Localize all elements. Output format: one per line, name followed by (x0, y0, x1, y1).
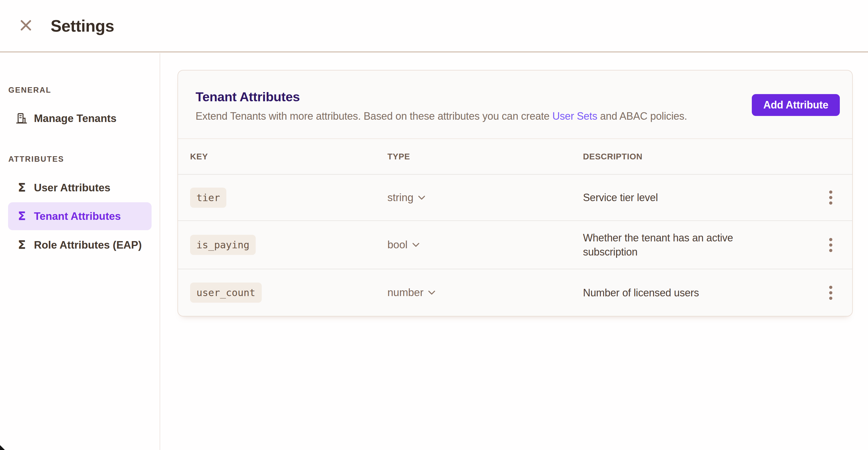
chevron-down-icon (412, 243, 420, 247)
table-header-row: KEY TYPE DESCRIPTION (178, 139, 852, 174)
kebab-dot (829, 202, 832, 205)
row-description: Number of licensed users (583, 286, 761, 300)
table-row: user_count number Number of licensed use… (178, 269, 852, 316)
close-icon (20, 19, 32, 32)
add-attribute-button[interactable]: Add Attribute (752, 94, 840, 116)
kebab-dot (829, 190, 832, 193)
row-description: Whether the tenant has an active subscri… (583, 231, 761, 259)
row-actions-button[interactable] (825, 234, 836, 256)
sidebar-item-tenant-attributes[interactable]: Σ Tenant Attributes (8, 202, 152, 230)
kebab-dot (829, 196, 832, 199)
building-icon (16, 112, 28, 125)
row-actions-button[interactable] (825, 282, 836, 304)
sidebar-item-label: Role Attributes (EAP) (34, 239, 142, 251)
chevron-down-icon (418, 196, 425, 200)
panel-description-text: and ABAC policies. (597, 110, 687, 122)
kebab-dot (829, 291, 832, 294)
row-description: Service tier level (583, 190, 761, 205)
column-header-key: KEY (190, 152, 388, 161)
attribute-key-chip: is_paying (190, 235, 256, 255)
sidebar-item-label: Manage Tenants (34, 113, 117, 125)
user-sets-link[interactable]: User Sets (552, 110, 597, 122)
sigma-icon: Σ (16, 182, 28, 193)
top-header-bar: Settings (0, 0, 868, 52)
panel-description-text: Extend Tenants with more attributes. Bas… (195, 110, 552, 122)
kebab-dot (829, 297, 832, 300)
page-title: Settings (51, 17, 114, 35)
type-value: bool (388, 239, 407, 251)
kebab-dot (829, 249, 832, 252)
kebab-dot (829, 238, 832, 241)
row-actions-button[interactable] (825, 186, 836, 209)
settings-sidebar: GENERAL Manage Tenants ATTRIBUTES Σ User… (0, 53, 160, 450)
type-select[interactable]: bool (388, 239, 420, 251)
kebab-dot (829, 286, 832, 289)
sidebar-section-label-attributes: ATTRIBUTES (8, 155, 64, 164)
attribute-key-chip: user_count (190, 282, 262, 303)
table-row: is_paying bool Whether the tenant has an… (178, 220, 852, 269)
column-header-type: TYPE (388, 152, 583, 161)
sidebar-item-manage-tenants[interactable]: Manage Tenants (8, 104, 152, 132)
attribute-key-chip: tier (190, 188, 226, 208)
table-row: tier string Service tier level (178, 174, 852, 220)
kebab-dot (829, 243, 832, 247)
type-value: string (388, 191, 413, 204)
column-header-description: DESCRIPTION (583, 152, 809, 161)
type-select[interactable]: string (388, 191, 425, 204)
tenant-attributes-panel: Tenant Attributes Extend Tenants with mo… (178, 70, 853, 317)
sigma-icon: Σ (16, 210, 28, 222)
sidebar-item-label: Tenant Attributes (34, 210, 121, 222)
sidebar-item-label: User Attributes (34, 182, 111, 194)
sidebar-item-role-attributes[interactable]: Σ Role Attributes (EAP) (8, 231, 152, 259)
sidebar-item-user-attributes[interactable]: Σ User Attributes (8, 174, 152, 202)
close-button[interactable] (18, 17, 34, 33)
sidebar-section-label-general: GENERAL (8, 86, 52, 95)
attributes-table: KEY TYPE DESCRIPTION tier string Service… (178, 139, 852, 316)
type-value: number (388, 287, 423, 299)
sigma-icon: Σ (16, 239, 28, 251)
chevron-down-icon (428, 290, 435, 295)
panel-header: Tenant Attributes Extend Tenants with mo… (178, 70, 852, 139)
type-select[interactable]: number (388, 287, 435, 299)
